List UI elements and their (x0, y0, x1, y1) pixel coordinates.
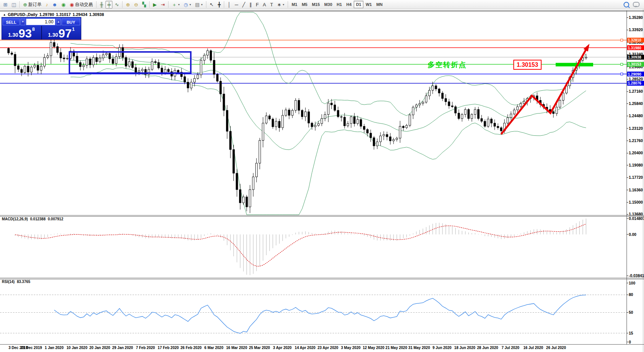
buy-price-display[interactable]: 1.30 97 1 (42, 26, 81, 40)
price-tick-label: 1.19080 (629, 163, 643, 167)
candle-body (151, 62, 153, 69)
sell-button[interactable]: SELL (3, 19, 20, 25)
horizontal-line-button[interactable]: ─ (233, 1, 240, 9)
zoom-in-button[interactable]: ⊕ (124, 1, 132, 9)
bar-chart-type-button[interactable]: ╫ (98, 1, 105, 9)
timeframe-h4-button[interactable]: H4 (344, 1, 354, 8)
time-axis[interactable]: 3 Dec 201923 Dec 20191 Jan 202010 Jan 20… (9, 346, 566, 350)
candle-body (562, 93, 564, 101)
candle-body (92, 57, 94, 65)
chat-icon[interactable] (633, 2, 640, 7)
timeframe-m15-button[interactable]: M15 (310, 1, 322, 8)
buy-button[interactable]: BUY (62, 19, 80, 25)
price-tick-label: 1.25840 (629, 101, 643, 106)
candle-body (507, 118, 509, 123)
rsi-tick-label: 15 (629, 331, 633, 335)
new-order-button[interactable]: ⊕新订单 (21, 1, 43, 9)
chevron-down-icon: ▾ (201, 3, 203, 6)
candle-body (210, 51, 212, 60)
trendline-icon: ╱ (242, 2, 245, 7)
candle-body (321, 119, 323, 124)
support-line-upper-badge-label: 1.29090 (628, 72, 642, 76)
candle-body (43, 57, 45, 66)
profile-button[interactable]: ☻ (50, 1, 59, 9)
candle-body (40, 66, 42, 70)
timeframe-w1-button[interactable]: W1 (363, 1, 374, 8)
timeframe-mn-button[interactable]: MN (374, 1, 385, 8)
rsi-tick-label: 80 (629, 292, 633, 297)
candle-body (34, 65, 36, 67)
tile-windows-button[interactable]: ▚ (140, 1, 148, 9)
trendline-button[interactable]: ╱ (241, 1, 247, 9)
autotrading-button[interactable]: ◉自动交易 (68, 1, 95, 9)
tick-chart-button[interactable]: ◫ (10, 1, 18, 9)
line-chart-type-button[interactable]: ∿ (113, 1, 121, 9)
timeframe-m1-button[interactable]: M1 (290, 1, 300, 8)
candle-body (278, 121, 280, 128)
text-button[interactable]: A (261, 1, 268, 9)
new-order-label: 新订单 (28, 1, 42, 8)
ohlc-close: 1.30938 (89, 12, 104, 17)
search-icon[interactable] (624, 2, 629, 7)
pivot-zone-bar[interactable] (556, 63, 593, 67)
candle-body (393, 139, 395, 141)
chart-canvas[interactable]: 1.352801.339201.325601.312401.298801.285… (0, 9, 644, 352)
volume-input[interactable] (26, 19, 55, 25)
timeframe-d1-button[interactable]: D1 (354, 1, 363, 8)
candle-body (200, 60, 202, 75)
vertical-line-button[interactable]: │ (226, 1, 232, 9)
arrows-button[interactable]: ∗▾ (275, 1, 286, 9)
pivot-price-tag[interactable]: 1.30153 (513, 60, 542, 70)
candle-body (158, 63, 160, 68)
pivot-annotation-text[interactable]: 多空转折点 (428, 60, 467, 70)
candle-body (246, 197, 248, 207)
toolbar-separator (288, 1, 288, 8)
volume-increase-button[interactable]: ▲ (56, 19, 61, 25)
candle-body (207, 51, 209, 55)
candle-body (559, 101, 561, 107)
fibonacci-button[interactable]: F (254, 1, 261, 9)
periods-button[interactable]: ◷▾ (182, 1, 193, 9)
candle-body (190, 82, 192, 88)
crosshair-button[interactable]: ╋ (216, 1, 223, 9)
cursor-button[interactable]: ↖ (208, 1, 216, 9)
candle-body (334, 105, 336, 111)
candlestick-chart-type-button[interactable]: ╪ (105, 1, 112, 9)
sell-price-prefix: 1.30 (8, 32, 18, 38)
candle-body (154, 62, 156, 62)
candle-body (50, 43, 52, 56)
candle-body (47, 56, 49, 57)
label-button[interactable]: T (268, 1, 275, 9)
toolbar-separator (168, 1, 169, 8)
charts-window-button[interactable]: ⊞ (1, 1, 9, 9)
sound-alert-button[interactable]: ♪ (44, 1, 50, 9)
candle-body (373, 138, 375, 146)
timeframe-m5-button[interactable]: M5 (300, 1, 310, 8)
timeframe-m30-button[interactable]: M30 (322, 1, 334, 8)
zoom-out-button[interactable]: ⊖ (132, 1, 140, 9)
timeframe-h1-button[interactable]: H1 (334, 1, 344, 8)
candle-body (477, 109, 479, 119)
candle-body (37, 65, 39, 70)
indicators-button[interactable]: ＋▾ (170, 1, 182, 9)
auto-scroll-button[interactable]: ▶ (151, 1, 158, 9)
candle-body (138, 71, 140, 72)
price-tick-label: 1.15000 (629, 200, 643, 204)
symbol-marker-icon: ▲ (3, 13, 6, 16)
equidistant-channel-button[interactable]: ∥ (248, 1, 254, 9)
volume-decrease-button[interactable]: ▼ (20, 19, 25, 25)
candle-body (461, 115, 463, 119)
signal-icon: ◉ (61, 2, 65, 7)
window-edge-strip (643, 9, 644, 352)
templates-button[interactable]: ▤▾ (193, 1, 204, 9)
candle-body (269, 116, 271, 119)
signal-button[interactable]: ◉ (59, 1, 67, 9)
chart-shift-button[interactable]: ⇥ (159, 1, 167, 9)
text-icon: A (263, 2, 266, 7)
candle-body (11, 53, 13, 55)
price-tick-label: 1.35280 (629, 15, 643, 20)
candle-body (132, 62, 134, 68)
candle-body (327, 103, 329, 115)
sell-price-display[interactable]: 1.30 93 8 (2, 26, 42, 40)
indicators-icon: ＋ (172, 2, 177, 7)
